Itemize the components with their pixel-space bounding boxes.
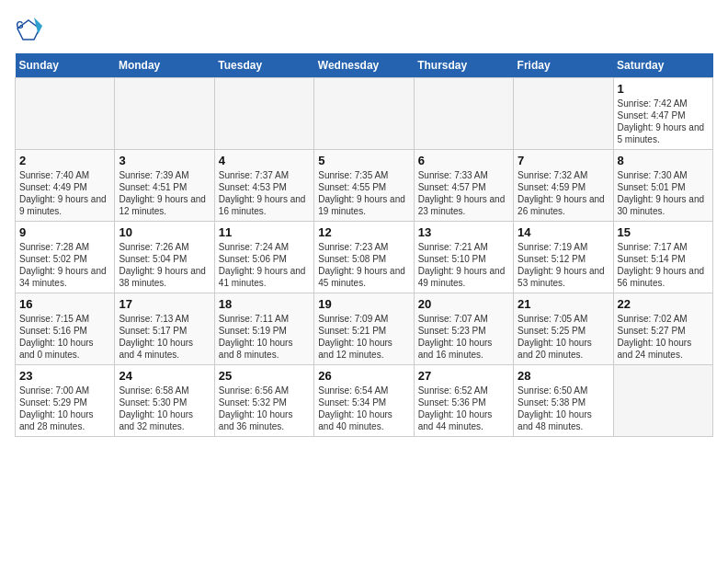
day-info: Sunrise: 7:42 AM Sunset: 4:47 PM Dayligh…: [618, 98, 709, 145]
calendar-cell: 9Sunrise: 7:28 AM Sunset: 5:02 PM Daylig…: [16, 222, 115, 293]
header-day: Thursday: [414, 53, 513, 78]
day-number: 16: [19, 297, 110, 311]
calendar-cell: 8Sunrise: 7:30 AM Sunset: 5:01 PM Daylig…: [613, 150, 712, 222]
day-number: 15: [618, 225, 709, 239]
day-number: 24: [119, 369, 210, 383]
day-number: 19: [318, 297, 409, 311]
day-info: Sunrise: 7:00 AM Sunset: 5:29 PM Dayligh…: [19, 385, 110, 432]
day-info: Sunrise: 6:50 AM Sunset: 5:38 PM Dayligh…: [518, 385, 609, 432]
calendar-cell: 20Sunrise: 7:07 AM Sunset: 5:23 PM Dayli…: [414, 293, 513, 365]
calendar-cell: 7Sunrise: 7:32 AM Sunset: 4:59 PM Daylig…: [514, 150, 613, 222]
header-day: Friday: [514, 53, 613, 78]
day-number: 22: [618, 297, 709, 311]
calendar-cell: 3Sunrise: 7:39 AM Sunset: 4:51 PM Daylig…: [115, 150, 214, 222]
calendar-cell: 4Sunrise: 7:37 AM Sunset: 4:53 PM Daylig…: [214, 150, 313, 222]
calendar-table: SundayMondayTuesdayWednesdayThursdayFrid…: [15, 53, 713, 437]
calendar-cell: 1Sunrise: 7:42 AM Sunset: 4:47 PM Daylig…: [613, 78, 712, 150]
calendar-cell: 5Sunrise: 7:35 AM Sunset: 4:55 PM Daylig…: [314, 150, 414, 222]
calendar-cell: [613, 365, 712, 437]
calendar-cell: 19Sunrise: 7:09 AM Sunset: 5:21 PM Dayli…: [314, 293, 414, 365]
calendar-week: 16Sunrise: 7:15 AM Sunset: 5:16 PM Dayli…: [16, 293, 713, 365]
day-number: 2: [19, 154, 110, 167]
day-number: 6: [418, 154, 509, 167]
day-number: 25: [219, 369, 310, 383]
page-header: G: [15, 15, 713, 42]
calendar-week: 2Sunrise: 7:40 AM Sunset: 4:49 PM Daylig…: [16, 150, 713, 222]
day-number: 18: [219, 297, 310, 311]
day-number: 13: [418, 225, 509, 239]
calendar-week: 23Sunrise: 7:00 AM Sunset: 5:29 PM Dayli…: [16, 365, 713, 437]
calendar-week: 1Sunrise: 7:42 AM Sunset: 4:47 PM Daylig…: [16, 78, 713, 150]
calendar-cell: 13Sunrise: 7:21 AM Sunset: 5:10 PM Dayli…: [414, 222, 513, 293]
day-info: Sunrise: 7:30 AM Sunset: 5:01 PM Dayligh…: [618, 169, 709, 217]
day-number: 27: [418, 369, 509, 383]
calendar-cell: [214, 78, 313, 150]
calendar-cell: [414, 78, 513, 150]
header-day: Tuesday: [214, 53, 313, 78]
day-info: Sunrise: 7:15 AM Sunset: 5:16 PM Dayligh…: [19, 313, 110, 361]
calendar-cell: 10Sunrise: 7:26 AM Sunset: 5:04 PM Dayli…: [115, 222, 214, 293]
day-info: Sunrise: 7:05 AM Sunset: 5:25 PM Dayligh…: [518, 313, 609, 361]
day-number: 14: [518, 225, 609, 239]
calendar-cell: 11Sunrise: 7:24 AM Sunset: 5:06 PM Dayli…: [214, 222, 313, 293]
calendar-cell: 26Sunrise: 6:54 AM Sunset: 5:34 PM Dayli…: [314, 365, 414, 437]
day-number: 28: [518, 369, 609, 383]
day-number: 3: [119, 154, 210, 167]
calendar-cell: 25Sunrise: 6:56 AM Sunset: 5:32 PM Dayli…: [214, 365, 313, 437]
calendar-cell: [16, 78, 115, 150]
day-info: Sunrise: 7:33 AM Sunset: 4:57 PM Dayligh…: [418, 169, 509, 217]
day-info: Sunrise: 7:02 AM Sunset: 5:27 PM Dayligh…: [618, 313, 709, 361]
day-info: Sunrise: 7:40 AM Sunset: 4:49 PM Dayligh…: [19, 169, 110, 217]
day-number: 11: [219, 225, 310, 239]
day-number: 9: [19, 225, 110, 239]
day-info: Sunrise: 7:19 AM Sunset: 5:12 PM Dayligh…: [518, 241, 609, 289]
day-number: 20: [418, 297, 509, 311]
calendar-cell: 24Sunrise: 6:58 AM Sunset: 5:30 PM Dayli…: [115, 365, 214, 437]
day-number: 12: [318, 225, 409, 239]
calendar-week: 9Sunrise: 7:28 AM Sunset: 5:02 PM Daylig…: [16, 222, 713, 293]
day-number: 26: [318, 369, 409, 383]
day-number: 7: [518, 154, 609, 167]
day-info: Sunrise: 7:37 AM Sunset: 4:53 PM Dayligh…: [219, 169, 310, 217]
day-info: Sunrise: 6:52 AM Sunset: 5:36 PM Dayligh…: [418, 385, 509, 432]
day-number: 21: [518, 297, 609, 311]
day-info: Sunrise: 7:28 AM Sunset: 5:02 PM Dayligh…: [19, 241, 110, 289]
day-info: Sunrise: 7:09 AM Sunset: 5:21 PM Dayligh…: [318, 313, 409, 361]
day-info: Sunrise: 7:13 AM Sunset: 5:17 PM Dayligh…: [119, 313, 210, 361]
day-info: Sunrise: 7:24 AM Sunset: 5:06 PM Dayligh…: [219, 241, 310, 289]
day-info: Sunrise: 7:21 AM Sunset: 5:10 PM Dayligh…: [418, 241, 509, 289]
header-day: Monday: [115, 53, 214, 78]
calendar-cell: 27Sunrise: 6:52 AM Sunset: 5:36 PM Dayli…: [414, 365, 513, 437]
day-number: 4: [219, 154, 310, 167]
header-day: Wednesday: [314, 53, 414, 78]
day-info: Sunrise: 7:17 AM Sunset: 5:14 PM Dayligh…: [618, 241, 709, 289]
day-number: 1: [618, 82, 709, 96]
day-info: Sunrise: 6:58 AM Sunset: 5:30 PM Dayligh…: [119, 385, 210, 432]
calendar-cell: 16Sunrise: 7:15 AM Sunset: 5:16 PM Dayli…: [16, 293, 115, 365]
day-number: 17: [119, 297, 210, 311]
calendar-cell: [314, 78, 414, 150]
calendar-cell: [115, 78, 214, 150]
day-number: 5: [318, 154, 409, 167]
calendar-cell: 21Sunrise: 7:05 AM Sunset: 5:25 PM Dayli…: [514, 293, 613, 365]
logo-icon: G: [15, 15, 42, 42]
day-number: 10: [119, 225, 210, 239]
logo: G: [15, 15, 46, 42]
day-number: 23: [19, 369, 110, 383]
calendar-cell: 12Sunrise: 7:23 AM Sunset: 5:08 PM Dayli…: [314, 222, 414, 293]
day-info: Sunrise: 7:26 AM Sunset: 5:04 PM Dayligh…: [119, 241, 210, 289]
calendar-cell: 15Sunrise: 7:17 AM Sunset: 5:14 PM Dayli…: [613, 222, 712, 293]
calendar-cell: 18Sunrise: 7:11 AM Sunset: 5:19 PM Dayli…: [214, 293, 313, 365]
day-info: Sunrise: 6:56 AM Sunset: 5:32 PM Dayligh…: [219, 385, 310, 432]
calendar-cell: 23Sunrise: 7:00 AM Sunset: 5:29 PM Dayli…: [16, 365, 115, 437]
day-number: 8: [618, 154, 709, 167]
day-info: Sunrise: 6:54 AM Sunset: 5:34 PM Dayligh…: [318, 385, 409, 432]
day-info: Sunrise: 7:23 AM Sunset: 5:08 PM Dayligh…: [318, 241, 409, 289]
calendar-cell: 22Sunrise: 7:02 AM Sunset: 5:27 PM Dayli…: [613, 293, 712, 365]
day-info: Sunrise: 7:35 AM Sunset: 4:55 PM Dayligh…: [318, 169, 409, 217]
header-row: SundayMondayTuesdayWednesdayThursdayFrid…: [16, 53, 713, 78]
day-info: Sunrise: 7:32 AM Sunset: 4:59 PM Dayligh…: [518, 169, 609, 217]
calendar-cell: 17Sunrise: 7:13 AM Sunset: 5:17 PM Dayli…: [115, 293, 214, 365]
calendar-cell: 28Sunrise: 6:50 AM Sunset: 5:38 PM Dayli…: [514, 365, 613, 437]
day-info: Sunrise: 7:07 AM Sunset: 5:23 PM Dayligh…: [418, 313, 509, 361]
